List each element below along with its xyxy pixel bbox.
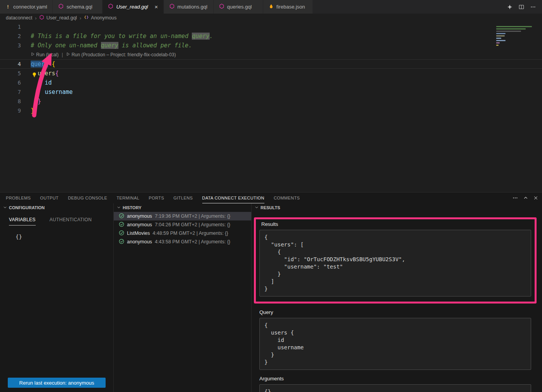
open-brace: {	[52, 61, 55, 68]
editor-tab-bar: ! connector.yaml schema.gql User_read.gq…	[0, 0, 542, 14]
query-code-block: { users { id username } }	[259, 318, 531, 370]
code-line-2: 2 # This is a file for you to write an u…	[0, 31, 542, 41]
rerun-last-execution-button[interactable]: Rerun last execution: anonymous	[8, 378, 106, 388]
history-item[interactable]: anonymous 7:04:26 PM GMT+2 | Arguments: …	[114, 220, 251, 229]
editor-tab-connector-yaml[interactable]: ! connector.yaml	[0, 0, 53, 14]
close-icon[interactable]: ×	[155, 4, 158, 10]
check-circle-icon	[119, 239, 124, 245]
keyword-query-selected: query	[31, 61, 48, 68]
code-line-8: 8 }	[0, 97, 542, 106]
panel-tab-debug-console[interactable]: DEBUG CONSOLE	[68, 193, 107, 203]
panel-tab-problems[interactable]: PROBLEMS	[6, 193, 31, 203]
bottom-panel: PROBLEMS OUTPUT DEBUG CONSOLE TERMINAL P…	[0, 192, 542, 392]
split-editor-icon[interactable]	[519, 4, 524, 10]
chevron-right-icon: ›	[80, 15, 81, 21]
code-line-1: 1	[0, 22, 542, 31]
editor-tab-queries-gql[interactable]: queries.gql	[214, 0, 263, 14]
editor-tab-user-read-gql[interactable]: User_read.gql ×	[102, 0, 163, 14]
history-section: HISTORY anonymous 7:19:36 PM GMT+2 | Arg…	[114, 203, 252, 392]
breadcrumb-dataconnect[interactable]: dataconnect	[6, 15, 32, 21]
history-item-name: anonymous	[127, 239, 152, 245]
run-production-link[interactable]: Run (Production – Project: friendly-flix…	[66, 50, 176, 59]
line-number: 3	[0, 41, 21, 50]
tab-label: queries.gql	[227, 4, 252, 10]
code-line-6: 6 id	[0, 78, 542, 87]
breadcrumb-symbol[interactable]: Anonymous	[84, 15, 116, 21]
panel-tab-comments[interactable]: COMMENTS	[274, 193, 300, 203]
comment-text: # This is a file for you to write an un-…	[31, 33, 192, 40]
graphql-icon	[108, 3, 113, 10]
results-header[interactable]: RESULTS	[252, 203, 542, 212]
more-actions-icon[interactable]	[530, 4, 536, 10]
comment-text: # Only one un-named	[31, 42, 101, 49]
editor-tab-firebase-json[interactable]: firebase.json	[263, 0, 313, 14]
tab-variables[interactable]: VARIABLES	[9, 217, 36, 225]
indent	[31, 88, 45, 95]
line-number: 8	[0, 97, 21, 106]
code-line-7: 7 username	[0, 87, 542, 97]
history-item[interactable]: ListMovies 4:48:59 PM GMT+2 | Arguments:…	[114, 229, 251, 238]
minimap[interactable]	[496, 24, 540, 70]
line-number: 5	[0, 69, 21, 78]
chevron-down-icon	[117, 205, 121, 210]
field-users: users	[38, 70, 55, 77]
code-line-4: 4 query {	[0, 59, 542, 69]
tab-label: firebase.json	[276, 4, 305, 10]
whitespace	[48, 61, 52, 68]
close-brace: }	[38, 98, 41, 105]
variables-value[interactable]: {}	[16, 234, 113, 240]
configuration-header[interactable]: CONFIGURATION	[0, 203, 113, 212]
configuration-tabs: VARIABLES AUTHENTICATION	[0, 212, 113, 225]
code-line-9: 9 }	[0, 106, 542, 115]
history-item-name: anonymous	[127, 222, 152, 227]
firebase-icon	[269, 4, 274, 10]
code-line-3: 3 # Only one un-named query is allowed p…	[0, 41, 542, 50]
panel-tab-terminal[interactable]: TERMINAL	[116, 193, 139, 203]
history-item[interactable]: anonymous 7:19:36 PM GMT+2 | Arguments: …	[114, 212, 251, 220]
results-section: RESULTS Results { "users": [ { "id": "Or…	[252, 203, 542, 392]
query-block-section: Query { users { id username } }	[259, 309, 531, 370]
more-actions-icon[interactable]	[512, 195, 518, 201]
panel-tab-ports[interactable]: PORTS	[149, 193, 164, 203]
results-json-block: { "users": [ { "id": "OrTucFODZHTksvBSBU…	[259, 230, 531, 297]
chevron-right-icon: ›	[35, 15, 36, 21]
panel-tab-gitlens[interactable]: GITLENS	[174, 193, 193, 203]
history-item-detail: 4:43:58 PM GMT+2 | Arguments: {}	[155, 239, 231, 245]
panel-tab-bar: PROBLEMS OUTPUT DEBUG CONSOLE TERMINAL P…	[0, 193, 542, 203]
history-item-detail: 4:48:59 PM GMT+2 | Arguments: {}	[153, 231, 228, 236]
configuration-section: CONFIGURATION VARIABLES AUTHENTICATION {…	[0, 203, 114, 392]
chevron-down-icon	[3, 205, 7, 210]
graphql-icon	[58, 3, 64, 10]
comment-text: is allowed per file.	[118, 42, 192, 49]
check-circle-icon	[119, 222, 124, 228]
copilot-sparkle-icon[interactable]	[507, 4, 512, 10]
history-item[interactable]: anonymous 4:43:58 PM GMT+2 | Arguments: …	[114, 238, 251, 246]
play-icon	[31, 50, 35, 59]
history-header[interactable]: HISTORY	[114, 203, 251, 212]
comment-text: .	[210, 33, 213, 40]
tab-authentication[interactable]: AUTHENTICATION	[50, 217, 92, 225]
maximize-panel-icon[interactable]	[523, 196, 528, 200]
panel-tab-data-connect-execution[interactable]: DATA CONNECT EXECUTION	[202, 193, 264, 203]
results-label: Results	[261, 221, 531, 227]
warning-icon: !	[5, 4, 10, 10]
line-number: 6	[0, 78, 21, 87]
line-number: 7	[0, 87, 21, 97]
editor-actions	[507, 0, 542, 14]
check-circle-icon	[119, 230, 124, 237]
close-panel-icon[interactable]	[533, 196, 538, 200]
history-item-detail: 7:04:26 PM GMT+2 | Arguments: {}	[155, 222, 231, 227]
code-editor[interactable]: 1 2 # This is a file for you to write an…	[0, 22, 542, 192]
line-number: 9	[0, 106, 21, 115]
open-brace: {	[55, 70, 59, 77]
indent	[31, 98, 38, 105]
editor-tab-schema-gql[interactable]: schema.gql	[53, 0, 102, 14]
breadcrumb-file[interactable]: User_read.gql	[39, 15, 77, 21]
panel-tab-output[interactable]: OUTPUT	[40, 193, 59, 203]
field-id: id	[45, 79, 52, 86]
graphql-icon	[39, 15, 44, 21]
editor-tab-mutations-gql[interactable]: mutations.gql	[164, 0, 214, 14]
check-circle-icon	[119, 213, 124, 220]
run-local-link[interactable]: Run (local)	[31, 50, 59, 59]
arguments-block-section: Arguments {}	[259, 376, 531, 392]
